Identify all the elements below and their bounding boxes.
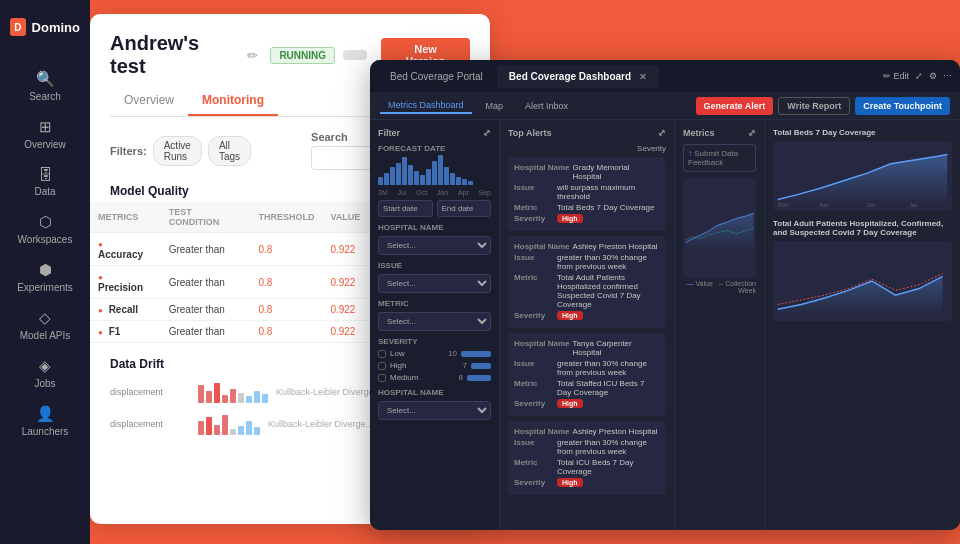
sidebar-item-experiments[interactable]: ⬢ Experiments [0,253,90,301]
sidebar-item-workspaces[interactable]: ⬡ Workspaces [0,205,90,253]
filter-chip-active-runs[interactable]: Active Runs [153,136,202,166]
launchers-icon: 👤 [36,405,55,423]
sidebar-item-label: Overview [24,139,66,150]
placeholder-button[interactable] [343,50,367,60]
sidebar-item-launchers[interactable]: 👤 Launchers [0,397,90,445]
sidebar-item-label: Jobs [34,378,55,389]
top-tab-metrics[interactable]: Metrics Dashboard [380,98,472,114]
edit-link[interactable]: ✏ Edit [883,71,909,81]
condition-cell: Greater than [161,233,251,266]
svg-text:Jan: Jan [910,203,918,208]
generate-alert-button[interactable]: Generate Alert [696,97,774,115]
jobs-icon: ◈ [39,357,51,375]
threshold-cell: 0.8 [250,233,322,266]
severity-low-checkbox[interactable] [378,350,386,358]
severity-medium-bar [467,375,491,381]
more-icon[interactable]: ⋯ [943,71,952,81]
sidebar-item-jobs[interactable]: ◈ Jobs [0,349,90,397]
sidebar-item-search[interactable]: 🔍 Search [0,62,90,110]
sidebar-item-label: Launchers [22,426,69,437]
drift-label-2: displacement [110,419,190,429]
forecast-date-label: FORECAST DATE [378,144,491,153]
drift-bar [238,426,244,435]
chart-1-area: 2024 Nov Dec Jan [773,141,952,211]
alert-card: Hospital Name Tanya Carpenter Hospital I… [508,333,666,416]
value-cell: 0.922 [322,321,368,343]
fbc-bar [450,173,455,185]
metric-label: METRIC [378,299,491,308]
chart-2-svg [773,241,952,321]
create-touchpoint-button[interactable]: Create Touchpoint [855,97,950,115]
chart-2-area [773,241,952,321]
dashboard-tabs-bar: Bed Coverage Portal Bed Coverage Dashboa… [370,60,960,92]
metric-dot: ● [98,328,103,337]
metrics-expand-icon[interactable]: ⤢ [748,128,756,138]
write-report-button[interactable]: Write Report [778,97,850,115]
alerts-expand-icon[interactable]: ⤢ [658,128,666,138]
issue-select[interactable]: Select... [378,274,491,293]
fbc-bar [468,181,473,185]
start-date-field[interactable]: Start date [378,200,433,217]
close-tab-icon[interactable]: ✕ [639,72,647,82]
filter-column: Filter ⤢ FORECAST DATE [370,120,500,530]
filter-chip-all-tags[interactable]: All Tags [208,136,251,166]
alert-metric-row: Metric Total ICU Beds 7 Day Coverage [514,458,660,476]
hospital-name-select[interactable]: Select... [378,236,491,255]
sidebar-item-data[interactable]: 🗄 Data [0,158,90,205]
drift-label-1: displacement [110,387,190,397]
metric-cell: ● Recall [90,299,161,321]
severity-medium-label: Medium [390,373,455,382]
drift-bar [214,425,220,435]
page-title: Andrew's test [110,32,239,78]
issue-label: ISSUE [378,261,491,270]
severity-low-count: 10 [448,349,457,358]
charts-column: Total Beds 7 Day Coverage 2024 Nov Dec J… [765,120,960,530]
tab-overview[interactable]: Overview [110,86,188,116]
chart-1-svg: 2024 Nov Dec Jan [773,141,952,211]
severity-low-label: Low [390,349,444,358]
edit-icon[interactable]: ✏ [247,48,258,63]
severity-high-checkbox[interactable] [378,362,386,370]
severity-medium-checkbox[interactable] [378,374,386,382]
end-date-field[interactable]: End date [437,200,492,217]
severity-medium-row: Medium 8 [378,373,491,382]
metrics-column: Metrics ⤢ ↑ Submit Data Feedback [675,120,765,530]
alert-hospital-row: Hospital Name Ashley Preston Hospital [514,242,660,251]
experiments-icon: ⬢ [39,261,52,279]
fbc-bar [384,173,389,185]
submit-data-feedback-btn[interactable]: ↑ Submit Data Feedback [683,144,756,172]
svg-text:Nov: Nov [820,203,829,208]
drift-bar [198,421,204,435]
fbc-bar [402,157,407,185]
value-cell: 0.922 [322,299,368,321]
top-tab-alert-inbox[interactable]: Alert Inbox [517,99,576,113]
share-icon[interactable]: ⤢ [915,71,923,81]
chart-axis-labels: 3MJulOctJanAprSep [378,189,491,196]
tab-bed-coverage-portal[interactable]: Bed Coverage Portal [378,65,495,88]
settings-icon[interactable]: ⚙ [929,71,937,81]
sidebar-item-label: Data [34,186,55,197]
sidebar-item-model-apis[interactable]: ◇ Model APIs [0,301,90,349]
svg-marker-6 [778,276,943,314]
col-threshold: THRESHOLD [250,202,322,233]
top-tab-map[interactable]: Map [478,99,512,113]
severity-label: Severity [508,144,666,153]
tab-bed-coverage-dashboard[interactable]: Bed Coverage Dashboard ✕ [497,65,659,88]
filter-expand-icon[interactable]: ⤢ [483,128,491,138]
drift-bar [206,417,212,435]
sidebar-item-overview[interactable]: ⊞ Overview [0,110,90,158]
chart-legend: — Value -- Collection Week [683,280,756,294]
sidebar-logo[interactable]: D Domino [0,12,90,42]
metric-name: Accuracy [98,249,143,260]
sidebar-item-label: Workspaces [18,234,73,245]
filter-title: Filter ⤢ [378,128,491,138]
severity-high-row: High 7 [378,361,491,370]
hospital-name-select2[interactable]: Select... [378,401,491,420]
svg-marker-1 [778,154,948,204]
fbc-bar [426,169,431,185]
tab-monitoring[interactable]: Monitoring [188,86,278,116]
drift-bars-1 [198,381,268,403]
drift-bar [254,391,260,403]
metric-name: Recall [109,304,138,315]
metric-select[interactable]: Select... [378,312,491,331]
